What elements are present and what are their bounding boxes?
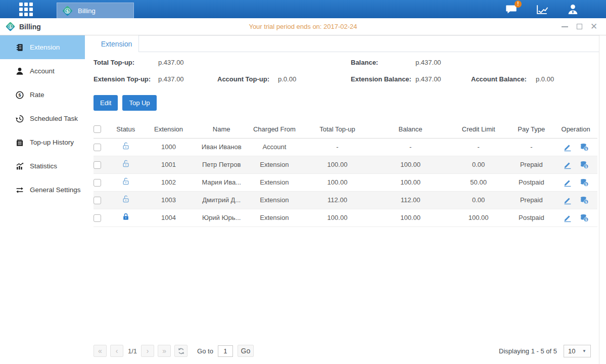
extension-cell: 1000: [141, 138, 197, 156]
column-header-name: Name: [196, 120, 247, 138]
row-checkbox[interactable]: [94, 179, 101, 187]
top-up-coins-icon[interactable]: $: [580, 160, 589, 169]
row-checkbox[interactable]: [94, 144, 101, 151]
balance-summary: Total Top-up: p.437.00 Balance: p.437.00…: [85, 59, 606, 83]
page-size-select[interactable]: 10 ▼: [564, 345, 591, 357]
header-checkbox-cell: [94, 120, 111, 138]
chevron-down-icon: ▼: [582, 349, 586, 353]
row-checkbox-cell: [94, 156, 111, 173]
credit-limit-cell: -: [448, 138, 509, 156]
status-cell: [111, 209, 141, 226]
balance-cell: 100.00: [372, 156, 448, 173]
tab-strip-filler: [139, 35, 599, 52]
sidebar-item-rate[interactable]: $Rate: [0, 83, 85, 107]
sidebar-item-label: Rate: [30, 91, 44, 99]
extension-cell: 1003: [141, 191, 197, 209]
column-header-status: Status: [111, 120, 141, 138]
credit-limit-cell: 50.00: [448, 173, 509, 191]
top-up-coins-icon[interactable]: $: [580, 178, 589, 187]
page-indicator: 1/1: [128, 347, 137, 355]
top-up-coins-icon[interactable]: $: [580, 196, 589, 205]
top-up-button[interactable]: Top Up: [122, 95, 156, 111]
account-topup-label: Account Top-up:: [217, 75, 278, 83]
edit-button[interactable]: Edit: [94, 95, 118, 111]
minimize-icon[interactable]: [561, 23, 569, 31]
sidebar-item-account[interactable]: Account: [0, 59, 85, 83]
svg-text:$: $: [66, 8, 69, 13]
app-launcher-icon[interactable]: [19, 3, 33, 16]
sidebar-item-statistics[interactable]: Statistics: [0, 154, 85, 178]
sidebar-item-top-up-history[interactable]: Top-up History: [0, 130, 85, 154]
sidebar-item-label: Account: [30, 67, 55, 75]
notification-badge: !: [515, 1, 522, 8]
account-balance-label: Account Balance:: [471, 75, 536, 83]
table-row: 1000Иван ИвановAccount----$: [94, 138, 597, 156]
taskbar-tab-label: Billing: [78, 7, 96, 15]
charged-from-cell: Extension: [247, 173, 302, 191]
edit-pencil-icon[interactable]: [563, 213, 572, 222]
total-topup-cell: 100.00: [302, 156, 373, 173]
table-row: 1003Дмитрий Д...Extension112.00112.000.0…: [94, 191, 597, 209]
svg-text:$: $: [585, 164, 587, 168]
charged-from-cell: Extension: [247, 156, 302, 173]
refresh-icon[interactable]: [174, 345, 188, 357]
first-page-button[interactable]: «: [94, 345, 107, 357]
row-checkbox-cell: [94, 138, 111, 156]
chart-icon[interactable]: [535, 3, 549, 16]
topup-history-icon: [15, 138, 24, 147]
charged-from-cell: Extension: [247, 191, 302, 209]
column-header-pay-type: Pay Type: [508, 120, 554, 138]
extension-table: StatusExtensionNameCharged FromTotal Top…: [94, 120, 597, 341]
lock-open-icon: [121, 142, 130, 151]
last-page-button[interactable]: »: [158, 345, 171, 357]
window-title-bar: $ Billing Your trial period ends on: 201…: [0, 18, 606, 35]
row-checkbox[interactable]: [94, 197, 101, 204]
pagination-bar: « ‹ 1/1 › » Go to Go Displaying 1 - 5 of: [85, 341, 606, 364]
extension-topup-label: Extension Top-up:: [94, 75, 158, 83]
sidebar-item-extension[interactable]: Extension: [0, 35, 85, 59]
messages-icon[interactable]: !: [504, 3, 518, 16]
column-header-operation: Operation: [554, 120, 597, 138]
sidebar-item-label: Top-up History: [30, 139, 74, 146]
balance-cell: 112.00: [372, 191, 448, 209]
tab-strip: Extension: [95, 35, 599, 52]
user-icon[interactable]: [566, 3, 580, 16]
trial-notice: Your trial period ends on: 2017-02-24: [0, 23, 606, 30]
total-topup-value: p.437.00: [158, 59, 217, 66]
sidebar-item-label: Extension: [30, 43, 60, 51]
operation-cell: $: [554, 209, 597, 226]
sidebar-item-general-settings[interactable]: General Settings: [0, 178, 85, 202]
row-checkbox[interactable]: [94, 161, 101, 169]
go-button[interactable]: Go: [238, 345, 254, 357]
next-page-button[interactable]: ›: [141, 345, 154, 357]
goto-page-input[interactable]: [218, 345, 233, 357]
svg-text:$: $: [585, 147, 587, 151]
sidebar-item-label: General Settings: [30, 186, 81, 194]
tab-extension[interactable]: Extension: [95, 35, 139, 52]
operation-cell: $: [554, 156, 597, 173]
top-up-coins-icon[interactable]: $: [580, 143, 589, 152]
pay-type-cell: Postpaid: [508, 209, 554, 226]
maximize-icon[interactable]: [575, 23, 583, 31]
goto-label: Go to: [197, 347, 213, 355]
edit-pencil-icon[interactable]: [563, 196, 572, 205]
window-title: Billing: [19, 23, 41, 31]
status-cell: [111, 191, 141, 209]
name-cell: Мария Ива...: [196, 173, 247, 191]
close-icon[interactable]: ✕: [590, 23, 598, 31]
lock-closed-icon: [121, 212, 130, 221]
prev-page-button[interactable]: ‹: [110, 345, 123, 357]
edit-pencil-icon[interactable]: [563, 143, 572, 152]
credit-limit-cell: 100.00: [448, 209, 509, 226]
select-all-checkbox[interactable]: [94, 125, 101, 133]
sidebar-item-scheduled-task[interactable]: Scheduled Task: [0, 107, 85, 130]
row-checkbox-cell: [94, 173, 111, 191]
edit-pencil-icon[interactable]: [563, 160, 572, 169]
row-checkbox[interactable]: [94, 214, 101, 222]
general-settings-icon: [15, 186, 24, 195]
status-cell: [111, 173, 141, 191]
top-up-coins-icon[interactable]: $: [580, 213, 589, 222]
edit-pencil-icon[interactable]: [563, 178, 572, 187]
taskbar-tab-billing[interactable]: $ Billing: [57, 3, 134, 18]
total-topup-cell: 100.00: [302, 209, 373, 226]
